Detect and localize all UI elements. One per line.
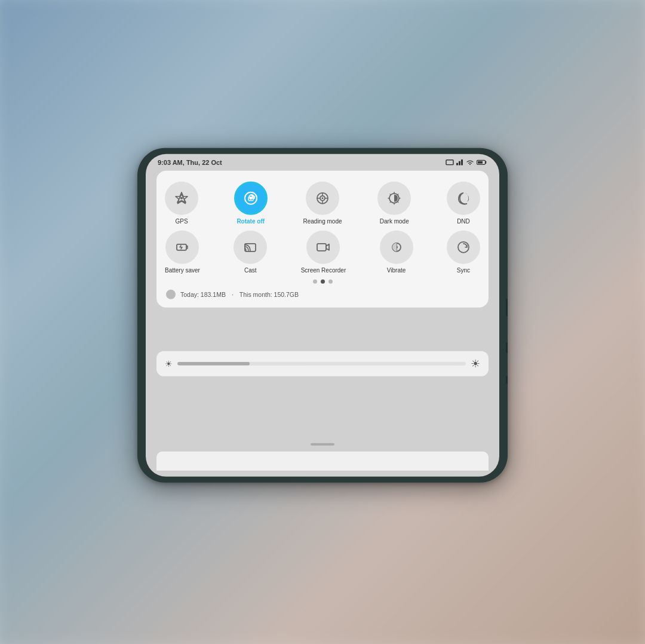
sync-icon [456, 240, 471, 255]
cast-icon [242, 240, 258, 255]
tile-gps[interactable]: GPS [165, 182, 198, 225]
camera-button[interactable] [506, 342, 508, 353]
recorder-icon-wrap [306, 231, 340, 264]
reading-icon [315, 191, 330, 206]
cast-icon-wrap [234, 231, 267, 264]
vibrate-icon [389, 240, 404, 255]
status-bar: 9:03 AM, Thu, 22 Oct [146, 154, 499, 171]
gps-label: GPS [175, 218, 188, 225]
rotate-icon [242, 190, 259, 207]
svg-rect-5 [478, 161, 483, 164]
brightness-low-icon: ☀ [165, 359, 173, 369]
recorder-icon [315, 240, 331, 255]
cast-label: Cast [244, 267, 257, 274]
data-usage-row: Today: 183.1MB · This month: 150.7GB [165, 290, 480, 299]
tile-vibrate[interactable]: Vibrate [380, 231, 413, 274]
brightness-control[interactable]: ☀ ☀ [156, 351, 489, 376]
brightness-track[interactable] [177, 362, 466, 366]
tile-dnd[interactable]: DND [447, 182, 480, 225]
battery-saver-icon-wrap [165, 231, 199, 264]
swipe-handle[interactable] [311, 443, 334, 446]
dot-2 [321, 280, 325, 284]
tile-recorder[interactable]: Screen Recorder [301, 231, 346, 274]
reading-icon-wrap [306, 182, 339, 215]
tile-dark[interactable]: Dark mode [377, 182, 411, 225]
vibrate-label: Vibrate [387, 267, 406, 274]
tile-rotate[interactable]: Rotate off [234, 182, 268, 225]
reading-label: Reading mode [303, 218, 342, 225]
gps-icon-wrap [165, 182, 198, 215]
nav-button[interactable] [506, 299, 508, 317]
battery-label: Battery saver [165, 267, 200, 274]
svg-marker-2 [459, 161, 460, 165]
dot-1 [313, 280, 317, 284]
data-month: This month: 150.7GB [239, 291, 299, 298]
svg-marker-1 [456, 163, 458, 165]
tile-cast[interactable]: Cast [234, 231, 267, 274]
vibrate-icon-wrap [380, 231, 413, 264]
page-dots [165, 280, 480, 284]
status-icons [446, 160, 487, 165]
dark-label: Dark mode [380, 218, 409, 225]
svg-point-6 [180, 197, 183, 200]
phone-wrapper: 9:03 AM, Thu, 22 Oct [137, 148, 508, 483]
sync-icon-wrap [447, 231, 480, 264]
battery-saver-icon [174, 240, 190, 255]
battery-status-icon [477, 160, 487, 165]
bottom-peek [156, 452, 489, 471]
dnd-icon [456, 191, 471, 206]
tile-battery[interactable]: Battery saver [165, 231, 200, 274]
dnd-icon-wrap [447, 182, 480, 215]
wifi-icon [466, 160, 474, 165]
square-button[interactable] [506, 376, 508, 384]
svg-rect-17 [317, 244, 326, 251]
svg-marker-3 [461, 160, 463, 165]
svg-rect-0 [446, 160, 453, 165]
dark-icon-wrap [377, 182, 411, 215]
dark-icon [386, 191, 402, 206]
data-icon [166, 290, 176, 299]
rotate-icon-wrap [234, 182, 268, 215]
data-separator: · [232, 291, 234, 298]
dnd-label: DND [457, 218, 470, 225]
status-time: 9:03 AM, Thu, 22 Oct [158, 159, 222, 166]
tile-sync[interactable]: Sync [447, 231, 480, 274]
gps-icon [174, 191, 189, 206]
quick-settings-panel: GPS [156, 171, 489, 308]
rotate-label: Rotate off [236, 218, 265, 225]
svg-point-10 [250, 198, 251, 200]
brightness-high-icon: ☀ [471, 357, 480, 370]
recorder-label: Screen Recorder [301, 267, 346, 274]
screen-icon [446, 160, 454, 165]
qs-row-1: GPS [165, 182, 480, 225]
signal-icon [456, 160, 463, 165]
qs-row-2: Battery saver Cast [165, 231, 480, 274]
data-today: Today: 183.1MB [180, 291, 226, 298]
tile-reading[interactable]: Reading mode [303, 182, 342, 225]
svg-point-13 [321, 197, 323, 199]
phone-body: 9:03 AM, Thu, 22 Oct [137, 148, 508, 483]
dot-3 [328, 280, 333, 284]
sync-label: Sync [457, 267, 470, 274]
brightness-fill [177, 362, 250, 366]
phone-screen: 9:03 AM, Thu, 22 Oct [146, 154, 499, 477]
